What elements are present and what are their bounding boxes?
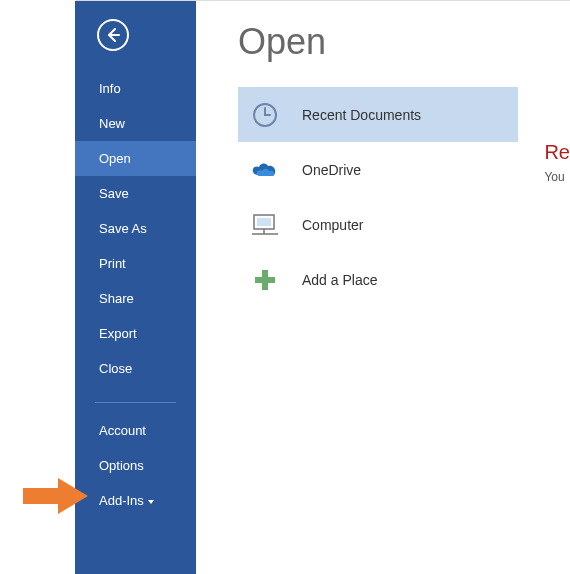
clock-icon — [250, 100, 280, 130]
sidebar-item-share[interactable]: Share — [75, 281, 196, 316]
sidebar-item-options[interactable]: Options — [75, 448, 196, 483]
side-panel: Re You — [544, 141, 570, 184]
sidebar-item-export[interactable]: Export — [75, 316, 196, 351]
svg-rect-9 — [255, 277, 275, 283]
computer-icon — [250, 210, 280, 240]
sidebar-item-label: New — [99, 116, 125, 131]
sidebar-item-save-as[interactable]: Save As — [75, 211, 196, 246]
source-computer[interactable]: Computer — [238, 197, 518, 252]
source-label: Recent Documents — [302, 107, 421, 123]
sidebar-item-label: Print — [99, 256, 126, 271]
sidebar-item-label: Save As — [99, 221, 147, 236]
sidebar-item-open[interactable]: Open — [75, 141, 196, 176]
source-onedrive[interactable]: OneDrive — [238, 142, 518, 197]
source-label: Add a Place — [302, 272, 378, 288]
sidebar-divider — [95, 402, 176, 403]
sidebar-item-label: Options — [99, 458, 144, 473]
sidebar-item-new[interactable]: New — [75, 106, 196, 141]
source-label: Computer — [302, 217, 363, 233]
back-button[interactable] — [97, 19, 129, 51]
sidebar-item-label: Close — [99, 361, 132, 376]
side-title: Re — [544, 141, 570, 164]
source-list: Recent Documents OneDrive — [238, 87, 518, 307]
sidebar: Info New Open Save Save As Print Share E… — [75, 1, 196, 574]
sidebar-item-account[interactable]: Account — [75, 413, 196, 448]
back-arrow-icon — [105, 27, 121, 43]
sidebar-item-save[interactable]: Save — [75, 176, 196, 211]
source-recent-documents[interactable]: Recent Documents — [238, 87, 518, 142]
onedrive-icon — [250, 155, 280, 185]
sidebar-item-label: Share — [99, 291, 134, 306]
sidebar-item-print[interactable]: Print — [75, 246, 196, 281]
annotation-arrow-icon — [23, 478, 88, 514]
source-add-place[interactable]: Add a Place — [238, 252, 518, 307]
sidebar-item-label: Account — [99, 423, 146, 438]
side-subtitle: You — [544, 170, 570, 184]
sidebar-item-info[interactable]: Info — [75, 71, 196, 106]
plus-icon — [250, 265, 280, 295]
sidebar-item-close[interactable]: Close — [75, 351, 196, 386]
sidebar-item-addins[interactable]: Add-Ins — [75, 483, 196, 518]
main-panel: Open Recent Documents — [196, 1, 570, 574]
page-title: Open — [238, 21, 570, 63]
sidebar-item-label: Save — [99, 186, 129, 201]
sidebar-item-label: Open — [99, 151, 131, 166]
backstage-view: Info New Open Save Save As Print Share E… — [75, 0, 570, 574]
sidebar-item-label: Export — [99, 326, 137, 341]
source-label: OneDrive — [302, 162, 361, 178]
sidebar-item-label: Add-Ins — [99, 493, 144, 508]
svg-rect-5 — [257, 218, 271, 226]
sidebar-item-label: Info — [99, 81, 121, 96]
svg-marker-10 — [23, 478, 88, 514]
